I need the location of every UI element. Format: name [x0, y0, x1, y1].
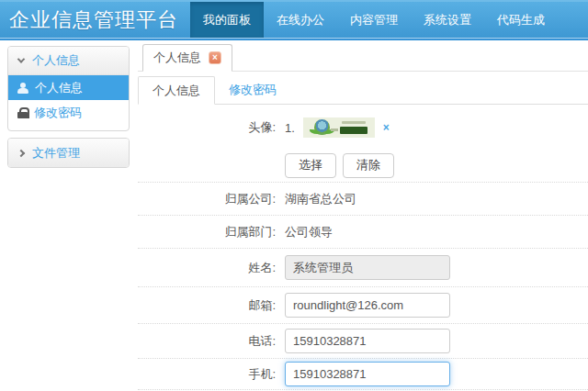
form-row-avatar: 头像: 1. × — [138, 106, 588, 149]
email-field[interactable] — [285, 293, 450, 318]
user-icon — [17, 83, 28, 94]
form-row-email: 邮箱: — [138, 287, 588, 324]
avatar-image-textline — [342, 121, 366, 124]
form-row-department: 归属部门: 公司领导 — [138, 216, 588, 249]
profile-form: 头像: 1. × 选择 清除 归属公司: 湖南省总公司 — [138, 105, 588, 390]
nav-item-content-management[interactable]: 内容管理 — [337, 2, 411, 38]
remove-avatar-icon[interactable]: × — [383, 121, 390, 134]
sub-tab-strip: 个人信息 修改密码 — [138, 76, 588, 105]
sidebar-panel-title: 个人信息 — [32, 52, 80, 69]
avatar-image-art — [314, 119, 330, 135]
chevron-right-icon — [17, 149, 25, 156]
company-value: 湖南省总公司 — [285, 191, 356, 207]
sidebar-item-change-password[interactable]: 修改密码 — [8, 100, 129, 125]
sidebar-item-personal-info[interactable]: 个人信息 — [8, 75, 129, 100]
app-title: 企业信息管理平台 — [0, 2, 190, 38]
clear-avatar-button[interactable]: 清除 — [343, 153, 394, 178]
navbar-accent-line — [0, 38, 588, 40]
form-row-avatar-buttons: 选择 清除 — [138, 149, 588, 183]
nav-item-system-settings[interactable]: 系统设置 — [411, 2, 484, 38]
form-row-company: 归属公司: 湖南省总公司 — [138, 183, 588, 216]
sidebar-item-label: 修改密码 — [34, 105, 82, 121]
name-label: 姓名: — [138, 260, 285, 276]
nav-item-code-generation[interactable]: 代码生成 — [484, 2, 558, 38]
sidebar-panel-header-personal-info[interactable]: 个人信息 — [8, 47, 129, 75]
avatar-image-smallline — [331, 128, 338, 131]
sidebar: 个人信息 个人信息 修改密码 文件管理 — [7, 46, 130, 174]
avatar-label: 头像: — [138, 119, 285, 136]
sidebar-panel-header-file-management[interactable]: 文件管理 — [8, 139, 129, 167]
avatar-index: 1. — [285, 121, 295, 135]
chevron-down-icon — [17, 55, 25, 62]
sidebar-panel-title: 文件管理 — [32, 145, 80, 162]
avatar-image-badge — [340, 127, 368, 134]
nav-item-my-dashboard[interactable]: 我的面板 — [190, 2, 264, 38]
close-icon[interactable]: × — [209, 51, 221, 64]
mobile-field[interactable] — [285, 362, 450, 386]
company-label: 归属公司: — [138, 191, 285, 207]
email-label: 邮箱: — [138, 297, 285, 314]
department-label: 归属部门: — [138, 224, 285, 240]
window-tab-label: 个人信息 — [153, 50, 201, 66]
navbar-menu: 我的面板 在线办公 内容管理 系统设置 代码生成 — [190, 2, 558, 38]
form-row-name: 姓名: — [138, 249, 588, 287]
form-row-mobile: 手机: — [138, 359, 588, 390]
tab-personal-info[interactable]: 个人信息 — [138, 76, 215, 105]
main-content: 个人信息 × 个人信息 修改密码 头像: 1. × 选择 — [138, 44, 588, 391]
sidebar-panel-body: 个人信息 修改密码 — [8, 75, 129, 130]
phone-label: 电话: — [138, 333, 285, 350]
lock-icon — [17, 107, 28, 118]
phone-field[interactable] — [285, 329, 450, 353]
department-value: 公司领导 — [285, 224, 333, 240]
window-tab-strip: 个人信息 × — [138, 44, 588, 72]
sidebar-panel-file-management: 文件管理 — [7, 138, 130, 168]
avatar-thumbnail — [303, 117, 375, 138]
form-row-phone: 电话: — [138, 324, 588, 359]
top-navbar: 企业信息管理平台 我的面板 在线办公 内容管理 系统设置 代码生成 — [0, 0, 588, 38]
sidebar-item-label: 个人信息 — [35, 80, 83, 96]
window-tab-personal-info[interactable]: 个人信息 × — [142, 44, 232, 72]
mobile-label: 手机: — [138, 366, 285, 383]
name-input[interactable] — [285, 255, 450, 280]
nav-item-online-office[interactable]: 在线办公 — [264, 2, 337, 38]
select-avatar-button[interactable]: 选择 — [285, 153, 336, 178]
tab-change-password[interactable]: 修改密码 — [215, 76, 290, 105]
sidebar-panel-personal-info: 个人信息 个人信息 修改密码 — [7, 46, 130, 131]
